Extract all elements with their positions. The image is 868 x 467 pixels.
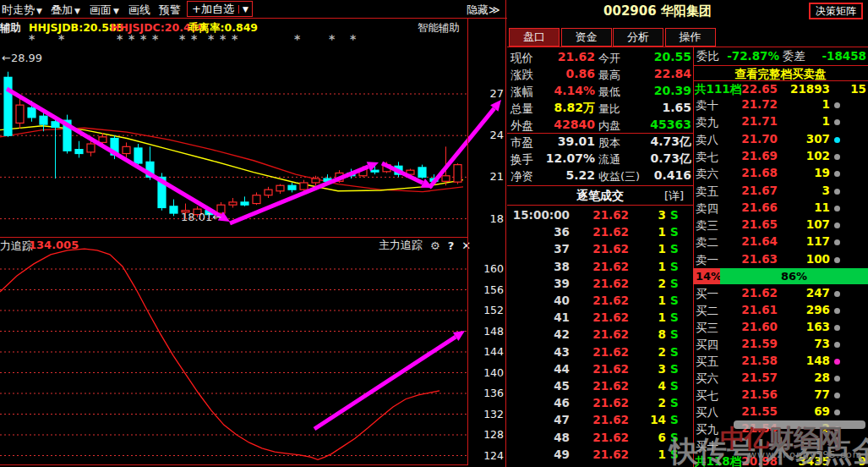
bid-row[interactable]: 买七21.5677 [693, 387, 868, 404]
bid-row[interactable]: 买一21.62247 [693, 285, 868, 302]
gear-icon[interactable]: ⚙ [430, 239, 440, 252]
close-icon[interactable]: ✕ [461, 239, 471, 252]
tick-volume: 3 [627, 208, 666, 222]
tick-price: 21.62 [581, 277, 629, 290]
decision-matrix-button[interactable]: 决策矩阵 [809, 3, 863, 19]
tick-price: 21.62 [581, 260, 629, 273]
weibi-label: 委比 [696, 49, 719, 64]
chevron-down-icon[interactable]: ▼ [238, 5, 252, 14]
tick-price: 21.62 [581, 225, 629, 239]
tick-side: S [670, 379, 679, 393]
bid-row[interactable]: 买五21.58148 [693, 353, 868, 370]
tick-detail-link[interactable]: [详] [664, 189, 684, 204]
menu-drawline[interactable]: 画线 [128, 3, 150, 18]
tick-row: 4221.628S [507, 327, 693, 343]
signal-asterisk: * [128, 32, 134, 46]
tab-操作[interactable]: 操作 [665, 28, 716, 47]
y-tick-label: 152 [482, 304, 504, 316]
add-watchlist-button[interactable]: +加自选 ▼ [187, 1, 253, 17]
menu-view[interactable]: 画面▼ [90, 3, 119, 18]
y-tick-label: 156 [482, 283, 504, 296]
tick-time: 42 [507, 327, 570, 341]
ask-price: 21.65 [727, 217, 778, 231]
y-tick-label: 136 [482, 387, 504, 399]
tick-volume: 2 [627, 345, 666, 359]
menu-timeline[interactable]: 时走势▼ [2, 3, 42, 18]
ask-row[interactable]: 卖九21.711 [693, 113, 868, 130]
y-tick-label: 24 [482, 129, 504, 141]
bid-price: 21.58 [727, 354, 778, 367]
menu-alert[interactable]: 预警 [159, 3, 181, 18]
queue-dot-icon [834, 206, 840, 212]
ask-volume: 3 [781, 184, 830, 197]
tick-side: S [670, 362, 679, 376]
ask-volume: 11 [781, 201, 830, 214]
high-price-label: ←28.99 [2, 52, 42, 64]
tick-time: 45 [507, 379, 570, 393]
y-tick-label: 148 [482, 325, 504, 338]
signal-asterisk: * [58, 32, 64, 46]
tick-price: 21.62 [581, 310, 629, 324]
chevron-down-icon: ▼ [36, 7, 42, 15]
queue-dot-icon [834, 376, 840, 382]
tab-分析[interactable]: 分析 [613, 28, 663, 47]
bid-volume: 73 [781, 337, 830, 350]
bid-volume: 69 [781, 404, 830, 418]
bid-row[interactable]: 买八21.5569 [693, 404, 868, 420]
ask-row[interactable]: 卖六21.6819 [693, 165, 868, 182]
help-icon[interactable]: ? [448, 239, 455, 252]
ask-price: 21.70 [727, 132, 778, 146]
ask-row[interactable]: 卖五21.673 [693, 183, 868, 200]
tick-time: 49 [507, 448, 570, 461]
quote-value: 8.82万 [536, 101, 595, 116]
tick-volume: 1 [627, 310, 666, 324]
ask-row[interactable]: 卖二21.64117 [693, 234, 868, 250]
ask-level-label: 卖九 [696, 115, 718, 130]
ask-row[interactable]: 卖八21.70307 [693, 131, 868, 148]
bid-price: 21.56 [727, 387, 778, 401]
tick-side: S [670, 242, 679, 255]
ask-level-label: 卖四 [696, 201, 718, 217]
ask-row[interactable]: 卖四21.6611 [693, 200, 868, 217]
tick-row: 4121.621S [507, 310, 693, 327]
ask-row[interactable]: 卖三21.65107 [693, 217, 868, 234]
bid-row[interactable]: 买六21.5728 [693, 370, 868, 387]
ask-price: 21.67 [727, 184, 778, 197]
quote-label: 总量 [510, 102, 533, 117]
tick-volume: 1 [627, 242, 666, 255]
bid-row[interactable]: 买四21.5973 [693, 336, 868, 353]
tab-资金[interactable]: 资金 [561, 28, 612, 47]
tick-volume: 3 [627, 362, 666, 376]
tab-盘口[interactable]: 盘口 [509, 28, 560, 47]
tick-row: 4021.621S [507, 293, 693, 310]
quote-row: 总量8.82万量比1.65 [507, 100, 693, 117]
tick-side: S [670, 310, 679, 324]
tick-price: 21.62 [581, 431, 629, 444]
signal-asterisk: * [191, 32, 197, 46]
ask-row[interactable]: 卖七21.69102 [693, 148, 868, 165]
ask-volume: 107 [781, 217, 830, 231]
menu-overlay[interactable]: 叠加▼ [51, 3, 80, 18]
y-tick-label: 144 [482, 345, 504, 358]
ask-level-label: 卖七 [696, 150, 718, 165]
tick-row: 4721.6214S [507, 412, 693, 429]
bid-row[interactable]: 买三21.60163 [693, 319, 868, 336]
quote-label: 今开 [598, 51, 620, 66]
bid-price: 21.60 [727, 320, 778, 333]
tick-volume: 8 [627, 327, 666, 341]
ask-summary-row: 共111档 22.65 21893 15 [693, 82, 868, 97]
tick-time: 37 [507, 242, 570, 255]
divider [507, 185, 693, 186]
ask-volume: 100 [781, 252, 830, 266]
queue-dot-icon [834, 119, 840, 125]
divider [505, 0, 506, 467]
bid-row[interactable]: 买二21.61296 [693, 302, 868, 319]
ask-row[interactable]: 卖一21.63100 [693, 251, 868, 268]
hide-button[interactable]: 隐藏≫ [467, 3, 500, 18]
divider [507, 133, 693, 134]
quote-row: 现价21.62今开20.55 [507, 49, 693, 66]
ask-row[interactable]: 卖十21.721 [693, 96, 868, 113]
quote-label: 现价 [510, 51, 533, 66]
candlestick-chart[interactable] [0, 19, 507, 237]
indicator-chart[interactable] [0, 237, 507, 465]
